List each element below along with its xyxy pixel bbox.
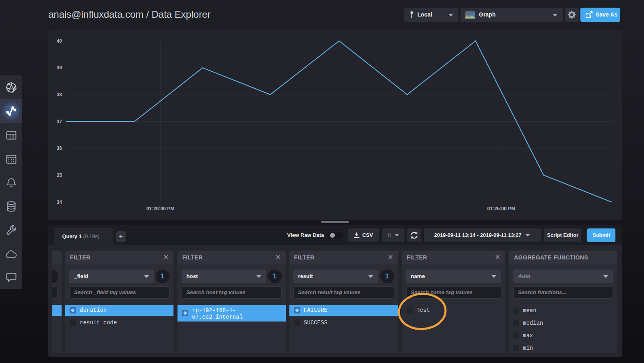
svg-text:01:20:00 PM: 01:20:00 PM <box>146 206 174 212</box>
svg-text:34: 34 <box>56 199 62 205</box>
svg-text:01:25:00 PM: 01:25:00 PM <box>487 206 515 212</box>
svg-text:35: 35 <box>56 172 62 178</box>
svg-text:40: 40 <box>56 38 62 44</box>
svg-text:37: 37 <box>56 119 62 124</box>
svg-text:38: 38 <box>56 92 62 97</box>
svg-text:36: 36 <box>56 145 62 151</box>
svg-text:39: 39 <box>56 65 62 71</box>
